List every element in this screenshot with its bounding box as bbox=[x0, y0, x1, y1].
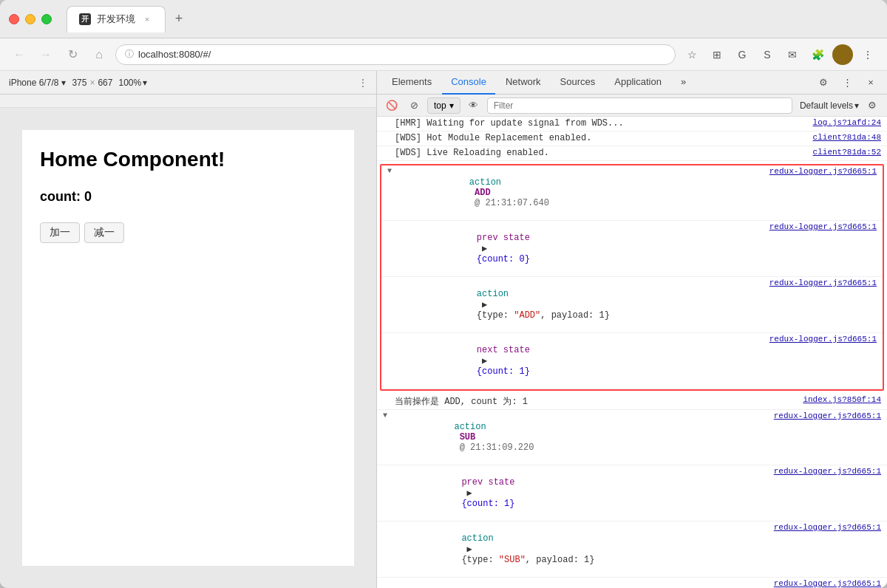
sub-header-link[interactable]: redux-logger.js?d665:1 bbox=[774, 411, 881, 420]
action-add-link[interactable]: redux-logger.js?d665:1 bbox=[769, 167, 877, 176]
action-add-prev-state: prev state ▶ {count: 0} redux-logger.js?… bbox=[381, 221, 883, 277]
browser-tab[interactable]: 开 开发环境 × bbox=[67, 6, 166, 33]
filter-input[interactable] bbox=[487, 98, 792, 114]
sub-prev-value: {count: 1} bbox=[461, 499, 514, 509]
action-sub-header: ▼ action SUB @ 21:31:09.220 redux-logger… bbox=[377, 410, 887, 465]
wds1-text: [WDS] Hot Module Replacement enabled. bbox=[395, 133, 591, 143]
sub-next-link[interactable]: redux-logger.js?d665:1 bbox=[774, 579, 881, 588]
add-button[interactable]: 加一 bbox=[40, 222, 80, 243]
button-group: 加一 减一 bbox=[40, 222, 336, 243]
refresh-button[interactable]: ↻ bbox=[62, 44, 83, 65]
zoom-selector[interactable]: 100% ▾ bbox=[118, 78, 147, 88]
prev-state-link[interactable]: redux-logger.js?d665:1 bbox=[769, 222, 877, 231]
context-value: top bbox=[434, 100, 446, 111]
device-selector[interactable]: iPhone 6/7/8 ▾ bbox=[9, 78, 66, 88]
console-output: [HMR] Waiting for update signal from WDS… bbox=[377, 117, 887, 588]
bookmark-icon[interactable]: ☆ bbox=[682, 44, 702, 65]
device-width: 375 bbox=[72, 78, 86, 88]
action-row-link[interactable]: redux-logger.js?d665:1 bbox=[769, 278, 877, 287]
info-add-link[interactable]: index.js?850f:14 bbox=[803, 395, 881, 404]
url-text: localhost:8080/#/ bbox=[138, 49, 211, 60]
apps-icon[interactable]: ⊞ bbox=[707, 44, 727, 65]
console-line-hmr: [HMR] Waiting for update signal from WDS… bbox=[377, 117, 887, 131]
address-input[interactable]: ⓘ localhost:8080/#/ bbox=[115, 44, 676, 65]
action-add-next-state: next state ▶ {count: 1} redux-logger.js?… bbox=[381, 333, 883, 389]
tab-elements[interactable]: Elements bbox=[383, 71, 441, 95]
tab-close-button[interactable]: × bbox=[141, 13, 153, 25]
device-more-button[interactable]: ⋮ bbox=[358, 78, 367, 88]
eye-button[interactable]: 👁 bbox=[465, 97, 483, 114]
zoom-dropdown-icon: ▾ bbox=[143, 78, 147, 88]
sub-action-row: action ▶ {type: "SUB", payload: 1} redux… bbox=[377, 522, 887, 578]
dim-separator: × bbox=[89, 78, 95, 88]
sub-prev-state: prev state ▶ {count: 1} redux-logger.js?… bbox=[377, 465, 887, 522]
maximize-button[interactable] bbox=[41, 14, 52, 24]
minimize-button[interactable] bbox=[25, 14, 35, 24]
prev-state-text: prev state ▶ {count: 0} bbox=[402, 222, 769, 275]
context-selector[interactable]: top ▾ bbox=[427, 98, 461, 114]
next-state-link[interactable]: redux-logger.js?d665:1 bbox=[769, 335, 877, 343]
count-display: count: 0 bbox=[40, 189, 336, 205]
tab-console[interactable]: Console bbox=[442, 71, 495, 95]
action-add-action-row: action ▶ {type: "ADD", payload: 1} redux… bbox=[381, 277, 883, 333]
section-expand-icon[interactable]: ▼ bbox=[387, 167, 392, 175]
count-value: 0 bbox=[84, 189, 92, 204]
user-avatar[interactable] bbox=[832, 44, 853, 65]
tab-application[interactable]: Application bbox=[605, 71, 670, 95]
menu-icon[interactable]: ⋮ bbox=[857, 44, 878, 65]
lastpass-icon[interactable]: S bbox=[757, 44, 778, 65]
page-ruler bbox=[0, 95, 376, 108]
extensions-icon[interactable]: 🧩 bbox=[807, 44, 828, 65]
address-bar: ← → ↻ ⌂ ⓘ localhost:8080/#/ ☆ ⊞ G S ✉ 🧩 … bbox=[0, 38, 887, 71]
device-name: iPhone 6/7/8 bbox=[9, 78, 58, 88]
tab-sources[interactable]: Sources bbox=[551, 71, 605, 95]
tab-more[interactable]: » bbox=[672, 71, 695, 95]
devtools-more-icon[interactable]: ⋮ bbox=[837, 72, 857, 93]
default-levels-label: Default levels bbox=[800, 100, 853, 111]
action-add-text: action ADD @ 21:31:07.640 bbox=[395, 167, 769, 219]
filter-button[interactable]: ⊘ bbox=[405, 97, 423, 114]
console-toolbar: 🚫 ⊘ top ▾ 👁 Default levels ▾ ⚙ bbox=[377, 95, 887, 117]
clear-console-button[interactable]: 🚫 bbox=[383, 97, 401, 114]
info-add-text: 当前操作是 ADD, count 为: 1 bbox=[395, 395, 803, 408]
devtools-settings-icon[interactable]: ⚙ bbox=[813, 72, 834, 93]
translate-icon[interactable]: G bbox=[732, 44, 752, 65]
tab-network[interactable]: Network bbox=[497, 71, 550, 95]
title-bar: 开 开发环境 × + bbox=[0, 0, 887, 38]
console-link[interactable]: client?81da:52 bbox=[813, 148, 881, 157]
default-levels-selector[interactable]: Default levels ▾ bbox=[800, 100, 859, 111]
console-link[interactable]: client?81da:48 bbox=[813, 133, 881, 142]
sub-next-text: next state ▶ {count: 0} bbox=[398, 579, 774, 588]
back-button[interactable]: ← bbox=[9, 44, 30, 65]
action-timestamp: @ 21:31:07.640 bbox=[469, 198, 549, 208]
sub-timestamp: @ 21:31:09.220 bbox=[454, 442, 534, 453]
tab-bar: 开 开发环境 × + bbox=[67, 6, 878, 33]
sub-action-brace: {type: bbox=[461, 555, 498, 565]
devtools-panel: 🚫 ⊘ top ▾ 👁 Default levels ▾ ⚙ bbox=[377, 95, 887, 588]
prev-state-caret-arrow: ▶ bbox=[477, 244, 493, 254]
email-icon[interactable]: ✉ bbox=[782, 44, 803, 65]
sub-action-text: action ▶ {type: "SUB", payload: 1} bbox=[398, 523, 774, 575]
devtools-tab-bar: Elements Console Network Sources Applica… bbox=[377, 71, 813, 95]
sub-action-string: "SUB" bbox=[499, 555, 526, 565]
sub-prev-link[interactable]: redux-logger.js?d665:1 bbox=[774, 467, 881, 476]
action-label: ADD bbox=[469, 188, 491, 198]
sub-expand-icon[interactable]: ▼ bbox=[383, 411, 387, 420]
console-link[interactable]: log.js?1afd:24 bbox=[813, 118, 881, 127]
sub-button[interactable]: 减一 bbox=[84, 222, 124, 243]
next-state-key: next state bbox=[477, 345, 530, 355]
console-settings-button[interactable]: ⚙ bbox=[863, 97, 881, 114]
device-toolbar: iPhone 6/7/8 ▾ 375 × 667 100% ▾ ⋮ Elemen… bbox=[0, 71, 887, 95]
console-text: [HMR] Waiting for update signal from WDS… bbox=[395, 118, 813, 129]
devtools-close-icon[interactable]: × bbox=[860, 72, 881, 93]
close-button[interactable] bbox=[9, 14, 19, 24]
home-button[interactable]: ⌂ bbox=[89, 44, 109, 65]
device-left-panel: iPhone 6/7/8 ▾ 375 × 667 100% ▾ ⋮ bbox=[0, 71, 377, 94]
forward-button[interactable]: → bbox=[35, 44, 56, 65]
sub-action-link[interactable]: redux-logger.js?d665:1 bbox=[774, 523, 881, 532]
devtools-toolbar-right: ⚙ ⋮ × bbox=[813, 72, 887, 93]
new-tab-button[interactable]: + bbox=[169, 9, 189, 30]
action-add-header: ▼ action ADD @ 21:31:07.640 redux-logger… bbox=[381, 165, 883, 221]
sub-prev-arrow: ▶ bbox=[461, 488, 478, 499]
tab-favicon: 开 bbox=[79, 13, 91, 25]
